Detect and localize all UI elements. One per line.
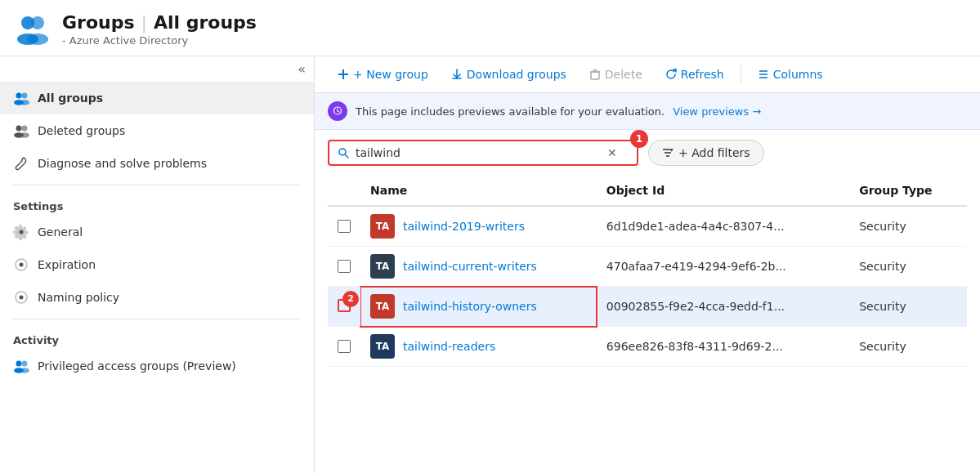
page-title-groups: Groups (62, 12, 135, 33)
svg-line-30 (346, 155, 349, 158)
people-privileged-icon (13, 358, 29, 374)
sidebar-divider-2 (13, 319, 301, 319)
sidebar-collapse-area: « (0, 56, 314, 82)
preview-banner: This page includes previews available fo… (315, 93, 980, 130)
sidebar-item-all-groups[interactable]: All groups (0, 82, 314, 114)
sidebar-item-naming-policy[interactable]: Naming policy (0, 281, 314, 314)
toolbar-separator (741, 65, 741, 84)
delete-button[interactable]: Delete (579, 63, 652, 86)
filter-icon (662, 147, 673, 158)
columns-button[interactable]: Columns (748, 63, 833, 86)
new-group-button[interactable]: + New group (328, 63, 438, 86)
groups-table: Name Object Id Group Type TA tailwind-20… (328, 176, 967, 367)
table-body: TA tailwind-2019-writers 6d1d9de1-adea-4… (328, 206, 967, 367)
col-checkbox (328, 176, 360, 206)
group-name[interactable]: tailwind-history-owners (403, 300, 537, 313)
sidebar-item-general[interactable]: General (0, 216, 314, 248)
svg-point-29 (339, 149, 346, 155)
row-object-id: 00902855-f9e2-4cca-9edd-f1... (597, 287, 849, 327)
sidebar-label: Deleted groups (38, 124, 125, 137)
refresh-button[interactable]: Refresh (656, 63, 734, 86)
svg-point-3 (27, 33, 48, 45)
refresh-icon (665, 69, 677, 80)
row-checkbox[interactable] (338, 260, 351, 273)
sidebar-item-diagnose[interactable]: Diagnose and solve problems (0, 147, 314, 180)
svg-point-4 (16, 93, 22, 99)
svg-point-17 (16, 361, 22, 367)
add-filters-button[interactable]: + Add filters (648, 140, 764, 166)
people-deleted-icon (13, 123, 29, 139)
col-object-id: Object Id (597, 176, 849, 206)
row-checkbox[interactable] (338, 220, 351, 233)
gear-icon (13, 224, 29, 240)
header-separator: | (141, 12, 147, 33)
row-name-cell: TA tailwind-2019-writers (360, 206, 597, 247)
row-checkbox-cell (328, 327, 360, 367)
toolbar: + New group Download groups Delete Refre… (315, 56, 980, 93)
page-header: Groups | All groups - Azure Active Direc… (0, 0, 980, 56)
wrench-icon (13, 155, 29, 172)
svg-point-1 (31, 16, 44, 29)
plus-icon (338, 69, 349, 80)
sidebar-label: General (38, 225, 83, 239)
people-icon (13, 90, 29, 106)
content-area: + New group Download groups Delete Refre… (315, 56, 980, 473)
row-name-cell: TA tailwind-current-writers (360, 247, 597, 287)
table-row: TA tailwind-current-writers 470afaa7-e41… (328, 247, 967, 287)
search-input[interactable] (356, 146, 601, 159)
group-name[interactable]: tailwind-readers (403, 340, 495, 353)
row-checkbox-cell: 2 (328, 287, 360, 327)
svg-point-13 (20, 263, 24, 267)
row-name-cell: TA tailwind-history-owners (360, 287, 597, 327)
collapse-button[interactable]: « (298, 61, 306, 77)
row-object-id: 696ee826-83f8-4311-9d69-2... (597, 327, 849, 367)
sidebar-item-privileged-access[interactable]: Privileged access groups (Preview) (0, 350, 314, 382)
search-icon (338, 147, 349, 158)
sidebar-divider-1 (13, 185, 301, 185)
table-header: Name Object Id Group Type (328, 176, 967, 206)
download-icon (451, 69, 463, 80)
search-box: ✕ (328, 140, 638, 166)
row-group-type: Security (849, 327, 967, 367)
search-area: ✕ 1 + Add filters (315, 130, 980, 176)
gear-naming-icon (13, 289, 29, 306)
header-text: Groups | All groups - Azure Active Direc… (62, 12, 257, 47)
svg-point-20 (20, 368, 29, 373)
search-clear-button[interactable]: ✕ (607, 146, 617, 159)
row-group-type: Security (849, 206, 967, 247)
row-checkbox-cell (328, 247, 360, 287)
columns-icon (758, 69, 769, 80)
add-filters-label: + Add filters (678, 146, 750, 159)
sidebar-label: Naming policy (38, 291, 119, 304)
sidebar-item-expiration[interactable]: Expiration (0, 248, 314, 281)
search-badge: 1 (630, 130, 648, 148)
download-groups-button[interactable]: Download groups (441, 63, 576, 86)
delete-icon (589, 69, 601, 80)
activity-section-title: Activity (0, 324, 314, 350)
row-group-type: Security (849, 247, 967, 287)
row-object-id: 6d1d9de1-adea-4a4c-8307-4... (597, 206, 849, 247)
table-area: Name Object Id Group Type TA tailwind-20… (315, 176, 980, 473)
row-badge: 2 (342, 291, 359, 307)
ta-badge: TA (370, 334, 395, 359)
svg-point-11 (20, 132, 29, 137)
ta-badge: TA (370, 294, 395, 319)
table-row: TA tailwind-readers 696ee826-83f8-4311-9… (328, 327, 967, 367)
header-subtitle: - Azure Active Directory (62, 34, 257, 47)
preview-text: This page includes previews available fo… (356, 105, 665, 118)
gear-expiration-icon (13, 257, 29, 273)
main-layout: « All groups Deleted groups Diagnose and… (0, 56, 980, 473)
row-object-id: 470afaa7-e419-4294-9ef6-2b... (597, 247, 849, 287)
view-previews-link[interactable]: View previews → (673, 105, 761, 118)
group-name[interactable]: tailwind-2019-writers (403, 220, 525, 233)
col-group-type: Group Type (849, 176, 967, 206)
settings-section-title: Settings (0, 190, 314, 216)
page-title-allgroups: All groups (154, 12, 257, 33)
sidebar-item-deleted-groups[interactable]: Deleted groups (0, 114, 314, 147)
search-box-wrapper: ✕ 1 (328, 140, 638, 166)
ta-badge: TA (370, 214, 395, 239)
sidebar-label: All groups (38, 91, 103, 105)
col-name: Name (360, 176, 597, 206)
group-name[interactable]: tailwind-current-writers (403, 260, 537, 273)
row-checkbox[interactable] (338, 340, 351, 353)
